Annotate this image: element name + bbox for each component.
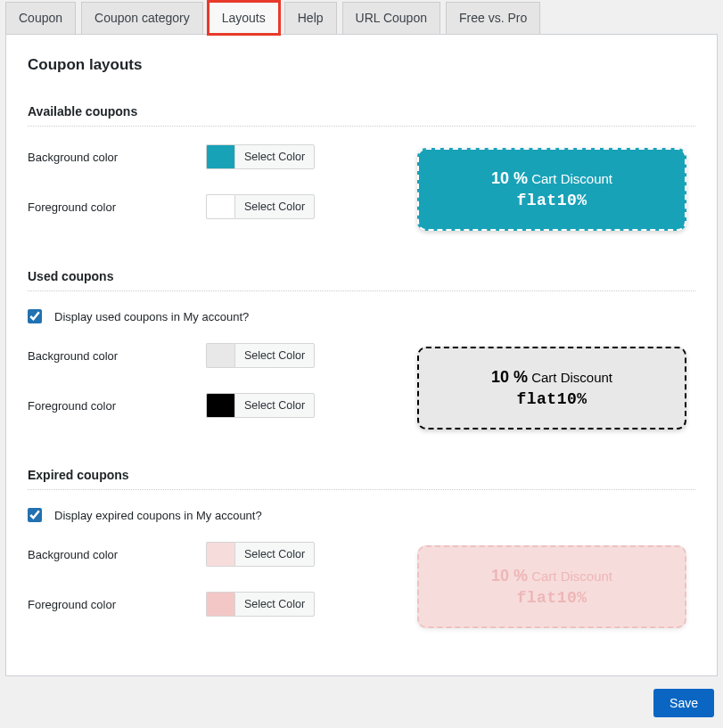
available-fg-select-button[interactable]: Select Color [234, 194, 315, 219]
expired-fg-label: Foreground color [28, 598, 206, 611]
used-preview-wrap: 10 % Cart Discount flat10% [417, 343, 695, 443]
tab-coupon[interactable]: Coupon [5, 2, 76, 34]
tab-help[interactable]: Help [284, 2, 337, 34]
available-bg-swatch [206, 144, 234, 169]
used-fg-select-button[interactable]: Select Color [234, 393, 315, 418]
used-fg-color-picker[interactable]: Select Color [206, 393, 315, 418]
expired-display-check-label: Display expired coupons in My account? [54, 509, 262, 522]
tab-free-vs-pro[interactable]: Free vs. Pro [446, 2, 540, 34]
available-preview-wrap: 10 % Cart Discount flat10% [417, 144, 695, 244]
section-used: Used coupons Display used coupons in My … [28, 269, 695, 443]
available-fg-color-picker[interactable]: Select Color [206, 194, 315, 219]
used-preview-percent: 10 % [491, 368, 528, 386]
tab-coupon-category[interactable]: Coupon category [81, 2, 203, 34]
tab-layouts[interactable]: Layouts [209, 2, 279, 34]
expired-fg-row: Foreground color Select Color [28, 592, 382, 617]
used-bg-select-button[interactable]: Select Color [234, 343, 315, 368]
expired-bg-swatch [206, 542, 234, 567]
section-expired: Expired coupons Display expired coupons … [28, 468, 695, 642]
available-fg-swatch [206, 194, 234, 219]
admin-tabs: Coupon Coupon category Layouts Help URL … [0, 0, 723, 34]
available-fg-label: Foreground color [28, 200, 206, 214]
expired-bg-color-picker[interactable]: Select Color [206, 542, 315, 567]
used-bg-swatch [206, 343, 234, 368]
expired-bg-label: Background color [28, 548, 206, 561]
expired-bg-select-button[interactable]: Select Color [234, 542, 315, 567]
used-fg-label: Foreground color [28, 399, 206, 413]
available-bg-row: Background color Select Color [28, 144, 382, 169]
available-bg-color-picker[interactable]: Select Color [206, 144, 315, 169]
available-bg-label: Background color [28, 151, 206, 164]
section-heading-expired: Expired coupons [28, 468, 695, 490]
available-fg-row: Foreground color Select Color [28, 194, 382, 219]
expired-coupon-preview: 10 % Cart Discount flat10% [417, 545, 686, 628]
used-preview-desc: Cart Discount [531, 370, 612, 385]
expired-display-checkbox[interactable] [28, 508, 42, 522]
expired-bg-row: Background color Select Color [28, 542, 382, 567]
expired-preview-wrap: 10 % Cart Discount flat10% [417, 542, 695, 642]
used-fg-row: Foreground color Select Color [28, 393, 382, 418]
used-bg-color-picker[interactable]: Select Color [206, 343, 315, 368]
available-preview-desc: Cart Discount [531, 171, 612, 186]
expired-display-check-row: Display expired coupons in My account? [28, 508, 695, 522]
used-fg-swatch [206, 393, 234, 418]
used-display-check-label: Display used coupons in My account? [54, 310, 249, 323]
used-bg-label: Background color [28, 349, 206, 363]
used-display-checkbox[interactable] [28, 309, 42, 323]
used-display-check-row: Display used coupons in My account? [28, 309, 695, 323]
available-preview-percent: 10 % [491, 169, 528, 187]
footer-bar: Save [0, 676, 723, 728]
expired-fg-swatch [206, 592, 234, 617]
used-coupon-preview: 10 % Cart Discount flat10% [417, 347, 686, 429]
available-preview-code: flat10% [428, 192, 676, 209]
section-heading-used: Used coupons [28, 269, 695, 291]
expired-preview-desc: Cart Discount [531, 568, 612, 584]
expired-fg-color-picker[interactable]: Select Color [206, 592, 315, 617]
section-heading-available: Available coupons [28, 104, 695, 127]
used-bg-row: Background color Select Color [28, 343, 382, 368]
layouts-panel: Coupon layouts Available coupons Backgro… [5, 34, 718, 676]
page-title: Coupon layouts [28, 56, 695, 74]
available-bg-select-button[interactable]: Select Color [234, 144, 315, 169]
save-button[interactable]: Save [653, 689, 714, 717]
expired-preview-percent: 10 % [491, 567, 528, 585]
tab-url-coupon[interactable]: URL Coupon [342, 2, 440, 34]
used-preview-code: flat10% [428, 390, 676, 408]
expired-preview-code: flat10% [428, 589, 676, 607]
section-available: Available coupons Background color Selec… [28, 104, 695, 244]
expired-fg-select-button[interactable]: Select Color [234, 592, 315, 617]
available-coupon-preview: 10 % Cart Discount flat10% [417, 148, 686, 231]
